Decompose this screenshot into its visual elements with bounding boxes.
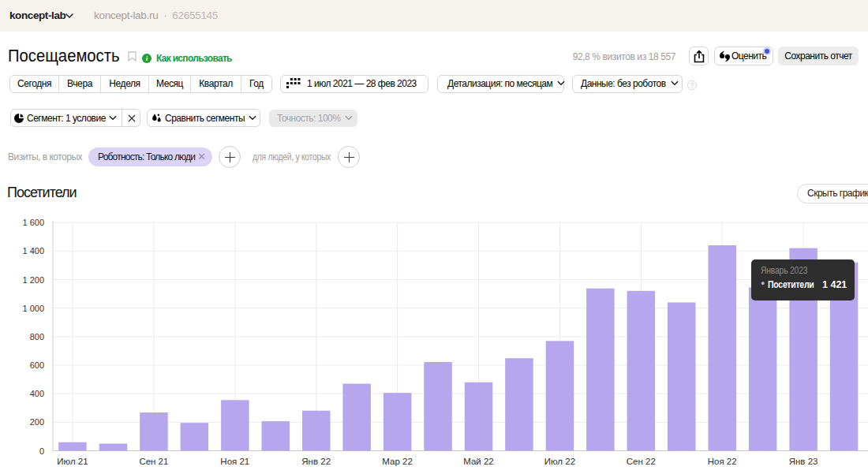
svg-text:Янв 23: Янв 23 (789, 457, 818, 466)
svg-text:0: 0 (39, 446, 44, 456)
svg-text:200: 200 (30, 417, 44, 427)
svg-text:Май 22: Май 22 (463, 457, 494, 466)
svg-text:1 200: 1 200 (22, 275, 44, 285)
svg-text:Июл 21: Июл 21 (57, 457, 88, 466)
svg-text:Янв 22: Янв 22 (301, 457, 331, 466)
svg-text:Июл 22: Июл 22 (544, 457, 575, 466)
svg-text:600: 600 (30, 360, 44, 370)
svg-text:Сен 22: Сен 22 (627, 457, 656, 466)
svg-text:Ноя 22: Ноя 22 (708, 457, 737, 466)
svg-text:1 000: 1 000 (22, 304, 44, 313)
svg-text:Сен 21: Сен 21 (139, 457, 168, 466)
svg-text:Мар 22: Мар 22 (382, 457, 413, 466)
svg-text:1 600: 1 600 (22, 218, 44, 227)
svg-text:800: 800 (30, 332, 44, 342)
svg-text:400: 400 (30, 389, 44, 398)
svg-text:Ноя 21: Ноя 21 (220, 457, 249, 466)
svg-text:1 400: 1 400 (22, 246, 44, 256)
